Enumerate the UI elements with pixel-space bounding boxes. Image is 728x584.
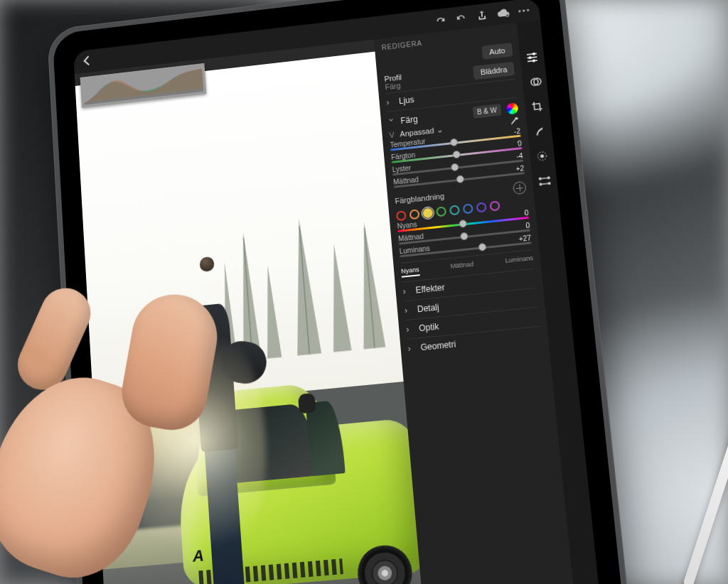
section-geometry-label: Geometri bbox=[420, 339, 456, 352]
wb-label: V bbox=[389, 131, 395, 139]
more-icon[interactable] bbox=[518, 5, 530, 17]
color-mix-title: Färgblandning bbox=[395, 192, 444, 205]
settings-nodes-icon[interactable] bbox=[537, 174, 552, 188]
svg-point-4 bbox=[527, 9, 529, 11]
color-swatch[interactable] bbox=[410, 209, 420, 220]
section-optics-label: Optik bbox=[419, 322, 439, 334]
svg-point-13 bbox=[532, 53, 535, 55]
profile-browse-button[interactable]: Bläddra bbox=[473, 62, 515, 80]
auto-button[interactable]: Auto bbox=[482, 43, 513, 60]
slider-value: 0 bbox=[524, 209, 529, 217]
eyedropper-icon[interactable] bbox=[509, 117, 520, 127]
healing-brush-icon[interactable] bbox=[532, 124, 547, 138]
chevron-right-icon: › bbox=[402, 286, 410, 297]
chevron-right-icon: › bbox=[406, 324, 414, 335]
color-wheel-icon[interactable] bbox=[506, 102, 518, 114]
presets-icon[interactable] bbox=[528, 75, 542, 89]
masking-icon[interactable] bbox=[535, 149, 550, 163]
svg-point-15 bbox=[532, 59, 535, 62]
svg-point-20 bbox=[539, 177, 542, 180]
back-button[interactable] bbox=[82, 56, 90, 67]
crop-icon[interactable] bbox=[530, 99, 545, 113]
color-swatch[interactable] bbox=[422, 207, 433, 218]
color-swatch[interactable] bbox=[396, 210, 407, 221]
tab-lum[interactable]: Luminans bbox=[505, 254, 534, 267]
color-swatch[interactable] bbox=[463, 203, 473, 214]
svg-point-3 bbox=[523, 9, 525, 11]
slider-value: 0 bbox=[518, 139, 523, 147]
svg-point-23 bbox=[547, 182, 550, 185]
svg-point-22 bbox=[539, 183, 542, 185]
section-color-label: Färg bbox=[400, 114, 418, 125]
svg-point-14 bbox=[528, 56, 531, 59]
profile-value: Färg bbox=[385, 81, 402, 91]
tab-hue[interactable]: Nyans bbox=[401, 266, 419, 277]
cloud-sync-icon[interactable] bbox=[497, 7, 509, 19]
section-light-label: Ljus bbox=[398, 94, 414, 106]
sliders-icon[interactable] bbox=[525, 50, 540, 64]
chevron-down-icon: ⌄ bbox=[437, 125, 444, 134]
chevron-down-icon: › bbox=[387, 118, 397, 126]
svg-point-19 bbox=[540, 154, 544, 158]
color-swatch[interactable] bbox=[489, 200, 500, 211]
chevron-right-icon: › bbox=[404, 305, 412, 315]
section-detail-label: Detalj bbox=[417, 302, 439, 314]
svg-line-24 bbox=[542, 178, 547, 179]
slider-value: 0 bbox=[525, 222, 530, 229]
share-icon[interactable] bbox=[476, 9, 488, 21]
color-swatch[interactable] bbox=[449, 205, 460, 215]
color-swatch[interactable] bbox=[436, 206, 446, 217]
bw-toggle[interactable]: B & W bbox=[472, 104, 501, 119]
section-effects-label: Effekter bbox=[415, 283, 445, 296]
tab-sat[interactable]: Mättnad bbox=[450, 261, 474, 273]
chevron-right-icon: › bbox=[386, 97, 394, 107]
svg-line-25 bbox=[542, 183, 548, 184]
redo-icon[interactable] bbox=[434, 14, 446, 26]
color-swatch[interactable] bbox=[476, 202, 487, 212]
svg-point-2 bbox=[518, 10, 520, 12]
undo-icon[interactable] bbox=[455, 12, 467, 24]
chevron-right-icon: › bbox=[407, 343, 415, 354]
target-adjust-icon[interactable] bbox=[513, 181, 527, 195]
svg-point-21 bbox=[547, 176, 550, 179]
